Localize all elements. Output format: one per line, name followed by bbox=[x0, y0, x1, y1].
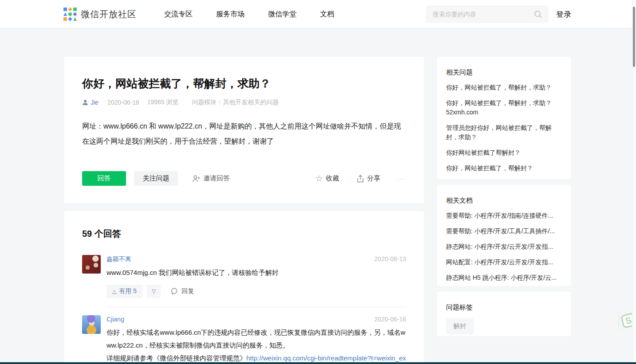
question-views: 19965 浏览 bbox=[147, 98, 179, 106]
answer-2-text: 你好，经核实域名www.lp666.cn下的违规内容已经修改，现已恢复微信内直接… bbox=[107, 329, 405, 349]
search-box bbox=[426, 6, 548, 23]
answer-2-date: 2020-06-18 bbox=[374, 316, 406, 323]
related-doc-link[interactable]: 需要帮助: 小程序/开发/指南/连接硬件... bbox=[446, 211, 562, 220]
related-question-link[interactable]: 你好，网站被拦截了，帮解封，求助？ 52xmh.com bbox=[446, 98, 562, 117]
question-meta: Jie 2020-06-18 19965 浏览 问题模块：其他开发相关的问题 bbox=[82, 98, 406, 106]
nav-item-wechat-academy[interactable]: 微信学堂 bbox=[268, 10, 296, 19]
related-doc-link[interactable]: 静态网站: 小程序/开发/云开发/开发指... bbox=[446, 242, 562, 251]
author-icon bbox=[82, 99, 88, 106]
star-icon: ☆ bbox=[315, 174, 323, 183]
answer-item-1: 鑫颖不离 www.0574mjg.cn 我们网站被错误标记了，请核验给予解封 △… bbox=[82, 255, 406, 298]
related-doc-link[interactable]: 需要帮助: 小程序/开发/工具/工具插件/... bbox=[446, 227, 562, 236]
upvote-button[interactable]: △ 有用 5 bbox=[107, 285, 142, 298]
answers-count: 59 个回答 bbox=[82, 228, 406, 240]
window-bottom-edge bbox=[0, 362, 636, 364]
reply-label: 回复 bbox=[182, 287, 194, 295]
nav-item-service-market[interactable]: 服务市场 bbox=[216, 10, 245, 19]
search-input[interactable] bbox=[427, 6, 526, 22]
login-button[interactable]: 登录 bbox=[556, 9, 571, 20]
nav-item-docs[interactable]: 文档 bbox=[320, 10, 334, 19]
related-question-link[interactable]: 你好，网站被拦截了，帮解封，求助？ bbox=[446, 83, 562, 92]
answer-1-content: www.0574mjg.cn 我们网站被错误标记了，请核验给予解封 bbox=[107, 266, 406, 279]
scrollbar-track[interactable] bbox=[632, 0, 636, 364]
related-questions-card: 相关问题 你好，网站被拦截了，帮解封，求助？ 你好，网站被拦截了，帮解封，求助？… bbox=[437, 57, 571, 179]
question-date: 2020-06-18 bbox=[107, 99, 139, 106]
invite-answer-button[interactable]: 邀请回答 bbox=[192, 174, 230, 183]
related-question-link[interactable]: 管理员您好你好，网站被拦截了，帮解封，求助？ bbox=[446, 123, 562, 142]
question-module: 问题模块：其他开发相关的问题 bbox=[192, 98, 279, 106]
tag-unblock[interactable]: 解封 bbox=[446, 318, 474, 334]
related-docs-title: 相关文档 bbox=[446, 196, 562, 205]
related-doc-link[interactable]: 网站配置: 小程序/开发/云开发/开发指... bbox=[446, 258, 562, 267]
answer-1-actions: △ 有用 5 ▽ 回复 bbox=[107, 285, 406, 298]
follow-question-button[interactable]: 关注问题 bbox=[134, 171, 178, 186]
answer-divider bbox=[107, 307, 406, 307]
question-tags-card: 问题标签 解封 bbox=[437, 292, 571, 336]
answer-2-text-prefix: 详细规则请参考《微信外部链接内容管理规范》 bbox=[107, 354, 246, 362]
wechat-community-logo-icon bbox=[63, 8, 77, 21]
invite-answer-label: 邀请回答 bbox=[203, 174, 230, 183]
more-actions-button[interactable]: ··· bbox=[397, 175, 406, 182]
question-body: 网址：www.lp666.cn 和 www.lp222.cn，网址是新购的，其他… bbox=[82, 119, 406, 149]
site-title: 微信开放社区 bbox=[81, 8, 137, 20]
favorite-button[interactable]: ☆ 收藏 bbox=[315, 174, 339, 183]
triangle-down-icon: ▽ bbox=[152, 288, 156, 294]
question-card: 你好，网站被拦截了，帮解封，求助？ Jie 2020-06-18 19965 浏… bbox=[64, 57, 424, 203]
related-questions-title: 相关问题 bbox=[446, 68, 562, 77]
share-label: 分享 bbox=[367, 174, 380, 183]
answer-button[interactable]: 回答 bbox=[82, 171, 126, 186]
answers-card: 59 个回答 鑫颖不离 www.0574mjg.cn 我们网站被错误标记了，请核… bbox=[64, 211, 424, 364]
site-logo[interactable]: 微信开放社区 bbox=[63, 8, 137, 21]
nav-item-exchange-zone[interactable]: 交流专区 bbox=[164, 10, 193, 19]
answer-2-content: 你好，经核实域名www.lp666.cn下的违规内容已经修改，现已恢复微信内直接… bbox=[107, 326, 406, 364]
related-question-link[interactable]: 你好网站被拦截了帮解封？ bbox=[446, 148, 562, 157]
downvote-button[interactable]: ▽ bbox=[147, 285, 161, 298]
related-doc-link[interactable]: 静态网站 H5 跳小程序: 小程序/开发/云... bbox=[446, 273, 562, 282]
question-tags-title: 问题标签 bbox=[446, 303, 562, 312]
scrollbar-thumb[interactable] bbox=[633, 7, 635, 67]
triangle-up-icon: △ bbox=[112, 288, 116, 294]
answer-2-avatar[interactable] bbox=[82, 315, 101, 334]
question-author[interactable]: Jie bbox=[91, 99, 99, 106]
related-docs-card: 相关文档 需要帮助: 小程序/开发/指南/连接硬件... 需要帮助: 小程序/开… bbox=[437, 185, 571, 286]
share-button[interactable]: 分享 bbox=[357, 174, 380, 183]
answer-1-avatar[interactable] bbox=[82, 255, 101, 274]
main-nav: 交流专区 服务市场 微信学堂 文档 bbox=[164, 0, 334, 28]
related-question-link[interactable]: 你好，网站被拦截了，帮解封？ bbox=[446, 164, 562, 173]
person-plus-icon bbox=[192, 175, 200, 182]
useful-count-label: 有用 5 bbox=[119, 287, 137, 295]
reply-button[interactable]: 回复 bbox=[170, 287, 194, 295]
share-icon bbox=[357, 175, 364, 183]
drag-handle-icon[interactable] bbox=[618, 312, 619, 329]
answer-1-author[interactable]: 鑫颖不离 bbox=[107, 255, 131, 263]
favorite-label: 收藏 bbox=[326, 174, 339, 183]
search-icon[interactable] bbox=[534, 10, 542, 19]
answer-2-author[interactable]: Cjiang bbox=[107, 316, 124, 323]
speech-bubble-icon bbox=[170, 288, 178, 295]
question-actions: 回答 关注问题 邀请回答 ☆ 收藏 分享 ··· bbox=[82, 171, 406, 186]
answer-item-2: Cjiang 你好，经核实域名www.lp666.cn下的违规内容已经修改，现已… bbox=[82, 315, 406, 364]
answer-1-date: 2020-08-13 bbox=[374, 255, 406, 262]
top-navbar: 微信开放社区 交流专区 服务市场 微信学堂 文档 登录 bbox=[0, 0, 636, 28]
question-title: 你好，网站被拦截了，帮解封，求助？ bbox=[82, 76, 406, 91]
